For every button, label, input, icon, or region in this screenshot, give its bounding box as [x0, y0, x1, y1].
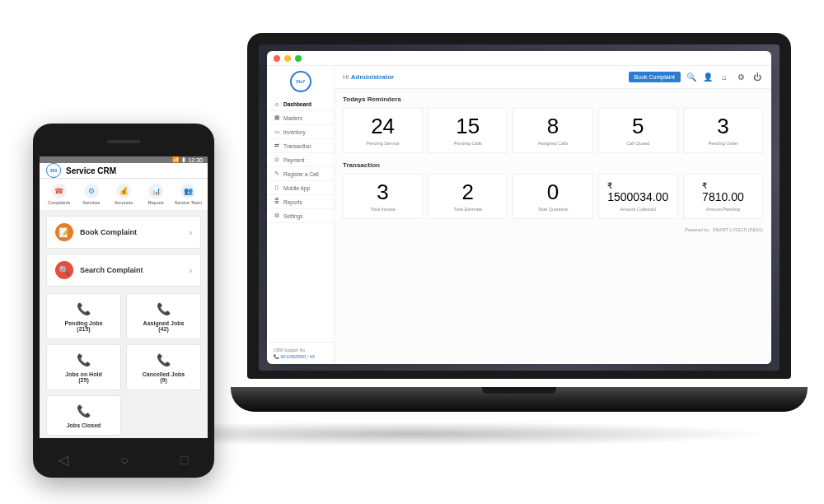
sidebar-icon: ⌂: [274, 100, 280, 107]
phone-screen: 📶 ▮ 12:30 360 Service CRM ☎Complaints⚙Se…: [40, 156, 208, 438]
stat-label: Pending Service: [367, 141, 400, 146]
stat-label: Pending Calls: [454, 141, 482, 146]
user-icon[interactable]: 👤: [702, 72, 714, 83]
sidebar-item-label: Mobile App: [283, 185, 310, 191]
app-content: Todays Reminders 24Pending Service15Pend…: [335, 89, 771, 364]
sidebar-item-transaction[interactable]: ⇄Transaction: [267, 139, 334, 153]
window-maximize-button[interactable]: [295, 55, 302, 62]
app-sidebar: 24x7 ⌂Dashboard▦Masters▭Inventory⇄Transa…: [267, 66, 335, 364]
tile-icon: 📞: [76, 403, 92, 419]
nav-recent-button[interactable]: □: [180, 453, 189, 468]
mobile-tile-assigned-jobs[interactable]: 📞Assigned Jobs(42): [126, 293, 201, 339]
transaction-card[interactable]: ₹7810.00Amount Pending: [683, 174, 763, 219]
reminder-card[interactable]: 3Pending Order: [683, 108, 763, 153]
settings-icon[interactable]: ⚙: [735, 72, 747, 83]
book-complaint-button[interactable]: Book Complaint: [629, 72, 681, 82]
laptop-notch: [482, 387, 556, 394]
laptop-base: [231, 387, 808, 412]
sidebar-item-inventory[interactable]: ▭Inventory: [267, 125, 334, 139]
nav-home-button[interactable]: ○: [120, 453, 129, 468]
stat-value: 8: [547, 115, 559, 137]
rupee-icon: ₹: [702, 182, 744, 190]
mobile-tile-jobs-on-hold[interactable]: 📞Jobs on Hold(25): [46, 344, 121, 390]
transactions-row: 3Total Invoice2Total Estimate0Total Quot…: [343, 174, 763, 219]
reminder-card[interactable]: 8Assigned Calls: [513, 108, 592, 153]
mobile-tile-cancelled-jobs[interactable]: 📞Cancelled Jobs(9): [126, 344, 201, 390]
sidebar-icon: ⚙: [274, 212, 280, 219]
action-label: Book Complaint: [80, 228, 137, 236]
mobile-tile-grid: 📞Pending Jobs(215)📞Assigned Jobs(42)📞Job…: [40, 292, 208, 438]
window-close-button[interactable]: [274, 55, 280, 62]
sidebar-item-reports[interactable]: ≣Reports: [267, 195, 334, 209]
stat-value: 2: [462, 181, 474, 203]
chevron-right-icon: ›: [190, 266, 192, 275]
tile-icon: 📞: [76, 352, 92, 368]
sidebar-item-label: Register a Call: [283, 171, 319, 177]
sidebar-logo: 24x7: [267, 66, 334, 97]
mobile-action-search-complaint[interactable]: 🔍Search Complaint›: [46, 254, 201, 287]
mobile-menu-complaints[interactable]: ☎Complaints: [43, 184, 75, 205]
chevron-right-icon: ›: [190, 228, 192, 237]
menu-label: Accounts: [115, 200, 133, 205]
search-icon[interactable]: 🔍: [686, 72, 697, 83]
sidebar-item-payment[interactable]: ⊙Payment: [267, 153, 334, 167]
transaction-card[interactable]: 0Total Quotation: [513, 174, 592, 219]
tile-label: Jobs Closed: [67, 422, 101, 428]
logo-badge: 24x7: [290, 71, 311, 92]
app-body: 24x7 ⌂Dashboard▦Masters▭Inventory⇄Transa…: [267, 66, 771, 364]
sidebar-item-masters[interactable]: ▦Masters: [267, 111, 334, 125]
home-icon[interactable]: ⌂: [719, 72, 730, 83]
sidebar-item-settings[interactable]: ⚙Settings: [267, 209, 334, 223]
transaction-card[interactable]: 2Total Estimate: [428, 174, 508, 219]
tile-count: (42): [158, 326, 168, 332]
mobile-action-book-complaint[interactable]: 📝Book Complaint›: [46, 216, 201, 249]
sidebar-icon: ⊙: [274, 156, 280, 163]
transaction-card[interactable]: 3Total Invoice: [343, 174, 423, 219]
rupee-icon: ₹: [607, 182, 668, 190]
stat-value: 15: [456, 115, 480, 137]
stat-label: Total Invoice: [370, 207, 396, 212]
action-label: Search Complaint: [80, 266, 143, 274]
menu-icon: ⚙: [84, 184, 99, 198]
stat-value: 3: [377, 181, 388, 203]
menu-icon: 📊: [148, 184, 163, 198]
sidebar-item-dashboard[interactable]: ⌂Dashboard: [267, 97, 334, 111]
status-time: 12:30: [188, 157, 203, 163]
sidebar-item-mobile-app[interactable]: ▯Mobile App: [267, 181, 334, 195]
mobile-logo: 360: [46, 163, 61, 178]
sidebar-item-register-a-call[interactable]: ✎Register a Call: [267, 167, 334, 181]
app-main: Hi Administrator Book Complaint 🔍 👤 ⌂ ⚙ …: [335, 66, 771, 364]
tile-label: Pending Jobs: [65, 320, 103, 326]
sidebar-icon: ≣: [274, 198, 280, 205]
menu-label: Reports: [148, 200, 164, 205]
window-minimize-button[interactable]: [284, 55, 291, 62]
laptop-bezel: 24x7 ⌂Dashboard▦Masters▭Inventory⇄Transa…: [247, 33, 791, 379]
stat-value: 3: [717, 115, 728, 137]
mobile-menu-accounts[interactable]: 💰Accounts: [107, 184, 139, 205]
mobile-menu-reports[interactable]: 📊Reports: [140, 184, 172, 205]
stat-label: Total Estimate: [454, 207, 483, 212]
power-icon[interactable]: ⏻: [751, 72, 763, 83]
sidebar-icon: ▭: [274, 128, 280, 135]
stat-label: Amount Pending: [706, 207, 740, 212]
nav-back-button[interactable]: ◁: [59, 452, 68, 468]
transaction-card[interactable]: ₹1500034.00Amount Collected: [598, 174, 678, 219]
sidebar-icon: ✎: [274, 170, 280, 177]
reminder-card[interactable]: 24Pending Service: [343, 108, 423, 153]
stat-label: Pending Order: [709, 141, 738, 146]
menu-label: Complaints: [48, 200, 71, 205]
stat-value: 5: [632, 115, 644, 137]
mobile-menu-services[interactable]: ⚙Services: [75, 184, 107, 205]
stat-value: ₹7810.00: [702, 182, 744, 203]
status-bar: 📶 ▮ 12:30: [40, 156, 208, 163]
sidebar-item-label: Masters: [283, 115, 302, 121]
sidebar-icon: ▦: [274, 114, 280, 121]
reminder-card[interactable]: 5Call Closed: [598, 108, 678, 153]
mobile-icon-row: ☎Complaints⚙Services💰Accounts📊Reports👥Se…: [40, 179, 208, 211]
mobile-tile-jobs-closed[interactable]: 📞Jobs Closed: [46, 395, 121, 436]
mobile-menu-service-team[interactable]: 👥Service Team: [172, 184, 204, 205]
tile-label: Jobs on Hold: [65, 371, 101, 377]
tile-count: (25): [78, 377, 88, 383]
mobile-tile-pending-jobs[interactable]: 📞Pending Jobs(215): [46, 293, 121, 339]
reminder-card[interactable]: 15Pending Calls: [428, 108, 508, 153]
